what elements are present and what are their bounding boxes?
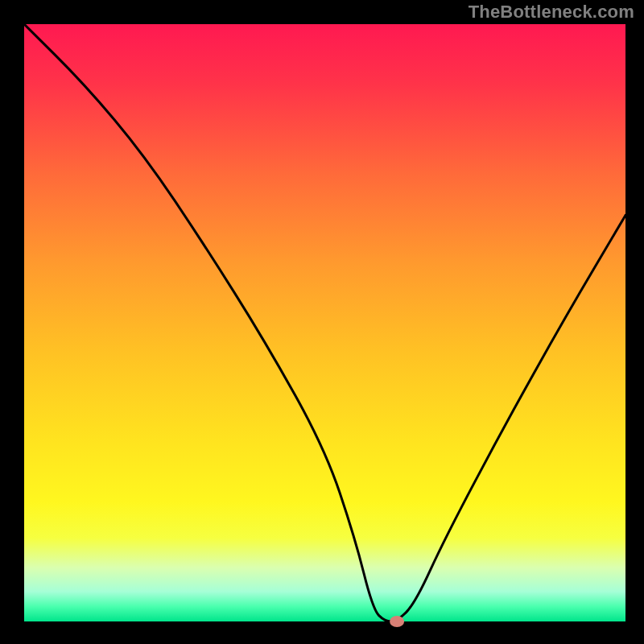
optimal-marker: [390, 616, 404, 627]
chart-stage: TheBottleneck.com: [0, 0, 644, 644]
bottleneck-chart: [0, 0, 644, 644]
watermark-text: TheBottleneck.com: [469, 2, 634, 23]
plot-background: [24, 24, 625, 621]
